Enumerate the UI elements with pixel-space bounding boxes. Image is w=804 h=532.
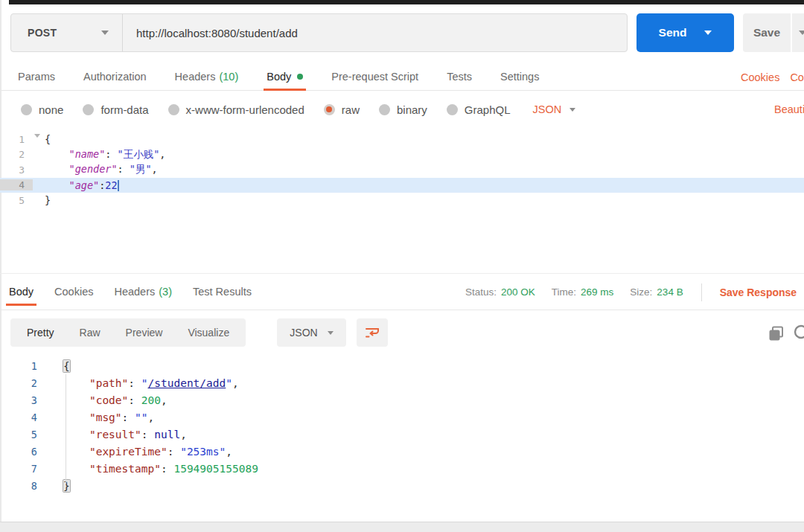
save-button[interactable]: Save (743, 13, 791, 52)
body-mode-label: GraphQL (465, 103, 511, 116)
token (45, 148, 69, 160)
raw-type-select[interactable]: JSON (533, 103, 576, 115)
body-mode-label: binary (397, 103, 427, 116)
meta-status: Status:200 OK (465, 286, 535, 298)
send-chevron-down-icon[interactable] (704, 31, 712, 35)
tab-label: Tests (447, 71, 472, 83)
body-mode-label: none (39, 103, 63, 116)
code-text: } (45, 194, 51, 206)
body-mode-raw[interactable]: raw (324, 103, 360, 116)
body-mode-none[interactable]: none (21, 103, 63, 116)
tab-settings[interactable]: Settings (500, 63, 539, 91)
save-dropdown-button[interactable] (792, 13, 804, 52)
token: "gender" (69, 163, 118, 175)
view-tab-raw[interactable]: Raw (80, 327, 100, 339)
token: "" (135, 411, 147, 423)
token (63, 463, 89, 475)
token: : (128, 377, 141, 389)
response-body-viewer[interactable]: 1{2 "path": "/student/add",3 "code": 200… (0, 356, 804, 497)
token: } (63, 480, 70, 492)
tab-count: (3) (159, 286, 172, 298)
radio-icon (168, 104, 179, 115)
radio-icon (83, 104, 94, 115)
meta-label: Time: (552, 286, 576, 298)
line-number: 5 (0, 429, 48, 440)
response-tab-body[interactable]: Body (9, 278, 34, 306)
token: } (45, 194, 51, 206)
beautify-link[interactable]: Beautify (774, 91, 804, 128)
token: 22 (105, 179, 117, 191)
meta-label: Size: (630, 286, 652, 298)
body-mode-form-data[interactable]: form-data (83, 103, 148, 116)
response-tab-test-results[interactable]: Test Results (193, 278, 252, 306)
meta-value: 234 B (657, 286, 683, 298)
code-line: 2 "name": "王小贱", (0, 147, 804, 163)
token: "timestamp" (89, 463, 161, 475)
chevron-down-icon (570, 108, 575, 112)
tab-params[interactable]: Params (18, 63, 55, 91)
tab-body[interactable]: Body (267, 63, 303, 91)
body-mode-x-www-form-urlencoded[interactable]: x-www-form-urlencoded (168, 103, 304, 116)
tab-pre-request-script[interactable]: Pre-request Script (331, 63, 418, 91)
code-text: "path": "/student/add", (63, 377, 239, 389)
token: , (161, 394, 168, 406)
tab-authorization[interactable]: Authorization (83, 63, 147, 91)
response-format-select[interactable]: JSON (277, 318, 346, 347)
token: "msg" (89, 411, 122, 423)
tab-tests[interactable]: Tests (447, 63, 472, 91)
token: : (118, 163, 130, 175)
code-line: 1{ (0, 132, 804, 147)
code-line: 8} (0, 477, 804, 494)
method-select[interactable]: POST (11, 14, 123, 51)
view-tab-visualize[interactable]: Visualize (188, 327, 229, 339)
body-mode-label: x-www-form-urlencoded (186, 103, 304, 116)
save-response-link[interactable]: Save Response (720, 286, 797, 298)
code-line: 3 "gender": "男", (0, 162, 804, 178)
token: { (45, 133, 51, 145)
meta-time: Time:269 ms (552, 286, 614, 298)
url-input[interactable]: http://localhost:8080/student/add (123, 14, 627, 51)
response-tab-cookies[interactable]: Cookies (54, 278, 93, 306)
code-link[interactable]: Code (790, 71, 804, 83)
cookies-link[interactable]: Cookies (741, 71, 779, 83)
wrap-text-button[interactable] (357, 318, 388, 347)
code-line: 4 "age":22 (0, 178, 804, 193)
search-icon (792, 323, 804, 345)
body-mode-label: form-data (100, 103, 148, 116)
token: " (226, 377, 232, 389)
send-button[interactable]: Send (636, 13, 734, 52)
tab-label: Pre-request Script (331, 71, 418, 83)
token: "王小贱" (118, 148, 160, 160)
meta-divider (701, 283, 702, 301)
token (63, 411, 89, 423)
copy-response-button[interactable] (767, 324, 786, 344)
code-text: "age":22 (45, 179, 119, 191)
code-text: "msg": "", (63, 411, 154, 423)
tab-label: Authorization (83, 71, 147, 83)
view-tab-pretty[interactable]: Pretty (27, 327, 54, 339)
token: , (180, 429, 187, 440)
request-body-editor[interactable]: 1{2 "name": "王小贱",3 "gender": "男",4 "age… (0, 128, 804, 272)
green-dot-icon (297, 74, 303, 80)
view-tab-preview[interactable]: Preview (126, 327, 163, 339)
code-text: "name": "王小贱", (45, 148, 165, 161)
body-mode-binary[interactable]: binary (379, 103, 427, 116)
token (63, 377, 89, 389)
tab-label: Body (267, 71, 291, 83)
radio-icon (324, 104, 335, 115)
line-number: 4 (0, 179, 33, 190)
body-mode-GraphQL[interactable]: GraphQL (447, 103, 511, 116)
line-number: 1 (0, 134, 33, 145)
tab-count: (10) (219, 71, 238, 83)
response-tab-headers[interactable]: Headers(3) (114, 278, 172, 306)
search-response-button[interactable] (792, 323, 804, 345)
token: : (105, 148, 117, 160)
tab-headers[interactable]: Headers(10) (175, 63, 239, 91)
tab-label: Cookies (54, 286, 93, 298)
token: , (232, 377, 239, 389)
tab-label: Test Results (193, 286, 252, 298)
token: "name" (69, 148, 106, 160)
code-line: 7 "timestamp": 1594905155089 (0, 460, 804, 477)
text-cursor (118, 180, 119, 191)
token: " (141, 377, 148, 389)
